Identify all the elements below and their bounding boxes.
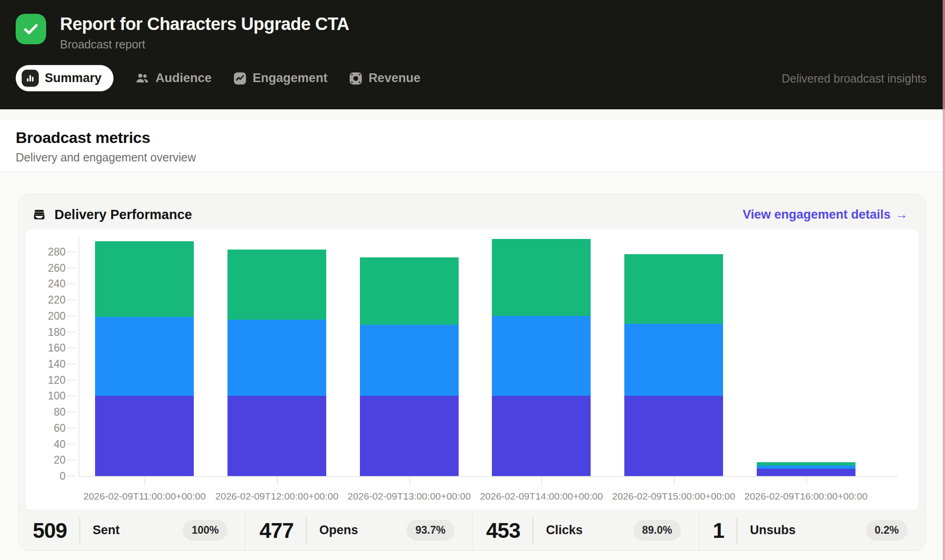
bar-segment-opens: [227, 320, 326, 396]
y-axis-tick: [67, 476, 76, 477]
y-axis-tick-label: 220: [32, 293, 66, 306]
tab-engagement-label: Engagement: [253, 71, 328, 85]
divider: [532, 518, 533, 543]
x-axis-tick-label: 2026-02-09T12:00:00+00:00: [211, 491, 343, 502]
x-axis-tick: [674, 477, 675, 485]
page-title: Report for Characters Upgrade CTA: [60, 14, 349, 34]
y-axis-tick: [67, 444, 76, 445]
y-axis-line: [78, 236, 79, 476]
y-axis-tick: [67, 268, 76, 268]
stat-clicks-label: Clicks: [546, 523, 583, 537]
y-axis-tick: [67, 332, 76, 333]
bar-segment-sent: [360, 396, 459, 476]
delivered-insights-note: Delivered broadcast insights: [782, 72, 927, 85]
card-title-group: Delivery Performance: [32, 207, 192, 222]
y-axis-tick-label: 160: [32, 341, 66, 354]
banknote-icon: [349, 71, 363, 85]
bar-segment-opens: [95, 317, 194, 396]
y-axis-tick-label: 260: [32, 262, 66, 274]
y-axis-tick-label: 20: [32, 453, 66, 466]
tab-audience[interactable]: Audience: [135, 71, 212, 86]
stat-unsubs: 1 Unsubs 0.2%: [699, 510, 925, 550]
bar-segment-opens: [757, 465, 855, 469]
report-tabs: Summary Audience: [16, 65, 420, 91]
inbox-stack-icon: [32, 207, 47, 222]
tab-summary[interactable]: Summary: [16, 65, 114, 91]
y-axis-tick: [67, 363, 76, 364]
tab-revenue[interactable]: Revenue: [349, 71, 421, 85]
stat-opens-value: 477: [259, 518, 293, 543]
tab-engagement[interactable]: Engagement: [233, 71, 328, 85]
y-axis-tick-label: 240: [32, 277, 66, 290]
tab-revenue-label: Revenue: [369, 71, 421, 85]
tab-audience-label: Audience: [156, 71, 212, 85]
stat-clicks: 453 Clicks 89.0%: [472, 510, 699, 550]
bar-segment-sent: [227, 396, 326, 476]
stacked-bar-chart: 0204060801001201401601802002202402602802…: [26, 229, 918, 511]
y-axis-tick-label: 100: [32, 389, 66, 402]
divider: [79, 518, 80, 543]
y-axis-tick-label: 180: [32, 326, 66, 339]
bar-segment-clicks: [492, 239, 591, 316]
arrow-right-icon: →: [895, 208, 908, 222]
success-check-icon: [16, 14, 46, 44]
broadcast-report-page: Report for Characters Upgrade CTA Broadc…: [0, 0, 945, 560]
card-header: Delivery Performance View engagement det…: [32, 204, 908, 225]
stats-row: 509 Sent 100% 477 Opens 93.7% 453 Clicks…: [19, 510, 925, 550]
stat-clicks-percent: 89.0%: [634, 520, 681, 541]
stat-opens-label: Opens: [319, 523, 358, 537]
stat-sent-label: Sent: [93, 523, 120, 537]
x-axis-tick: [277, 477, 278, 485]
stat-unsubs-value: 1: [713, 518, 724, 543]
report-header: Report for Characters Upgrade CTA Broadc…: [0, 0, 945, 109]
y-axis-tick: [67, 428, 76, 429]
y-axis-tick-label: 80: [32, 405, 66, 418]
y-axis-tick: [67, 299, 76, 300]
page-subtitle: Broadcast report: [60, 38, 349, 51]
y-axis-tick-label: 120: [32, 374, 66, 387]
y-axis-tick: [67, 316, 76, 316]
y-axis-tick-label: 60: [32, 422, 66, 435]
bar-segment-sent: [757, 469, 855, 476]
stat-sent-percent: 100%: [183, 520, 227, 541]
y-axis-tick-label: 40: [32, 438, 66, 451]
y-axis-tick-label: 280: [32, 245, 66, 258]
title-block: Report for Characters Upgrade CTA Broadc…: [60, 14, 349, 51]
view-engagement-details-link[interactable]: View engagement details →: [742, 208, 908, 222]
stat-opens-percent: 93.7%: [407, 520, 454, 541]
x-axis-tick-label: 2026-02-09T13:00:00+00:00: [343, 491, 475, 502]
y-axis-tick-label: 0: [32, 470, 66, 483]
delivery-chart-panel: 0204060801001201401601802002202402602802…: [26, 229, 918, 511]
y-axis-tick: [67, 459, 76, 460]
broadcast-metrics-section: Broadcast metrics Delivery and engagemen…: [0, 119, 945, 172]
x-axis-tick-label: 2026-02-09T11:00:00+00:00: [78, 491, 211, 502]
delivery-performance-card: Delivery Performance View engagement det…: [18, 194, 926, 551]
x-axis-tick-label: 2026-02-09T15:00:00+00:00: [608, 491, 740, 502]
y-axis-tick-label: 200: [32, 310, 66, 322]
y-axis-tick: [67, 251, 76, 252]
bar-segment-opens: [624, 324, 723, 396]
y-axis-tick: [67, 347, 76, 348]
link-label: View engagement details: [742, 208, 891, 222]
bar-segment-clicks: [624, 254, 723, 324]
x-axis-line: [78, 476, 898, 477]
users-icon: [135, 71, 150, 86]
bar-segment-sent: [492, 396, 591, 476]
x-axis-tick: [806, 477, 807, 485]
x-axis-tick: [144, 477, 145, 485]
y-axis-tick-label: 140: [32, 357, 66, 370]
stat-opens: 477 Opens 93.7%: [245, 510, 472, 550]
x-axis-tick-label: 2026-02-09T16:00:00+00:00: [740, 491, 872, 502]
bar-segment-clicks: [757, 462, 855, 465]
stat-sent-value: 509: [33, 518, 67, 543]
bar-segment-opens: [492, 316, 591, 396]
stat-clicks-value: 453: [486, 518, 520, 543]
bar-segment-clicks: [95, 241, 194, 316]
bar-segment-clicks: [227, 250, 326, 320]
divider: [306, 518, 307, 543]
bar-segment-sent: [624, 396, 723, 476]
divider: [736, 518, 737, 543]
y-axis-tick: [67, 395, 76, 396]
header-title-group: Report for Characters Upgrade CTA Broadc…: [16, 14, 349, 51]
stat-unsubs-percent: 0.2%: [866, 520, 908, 541]
